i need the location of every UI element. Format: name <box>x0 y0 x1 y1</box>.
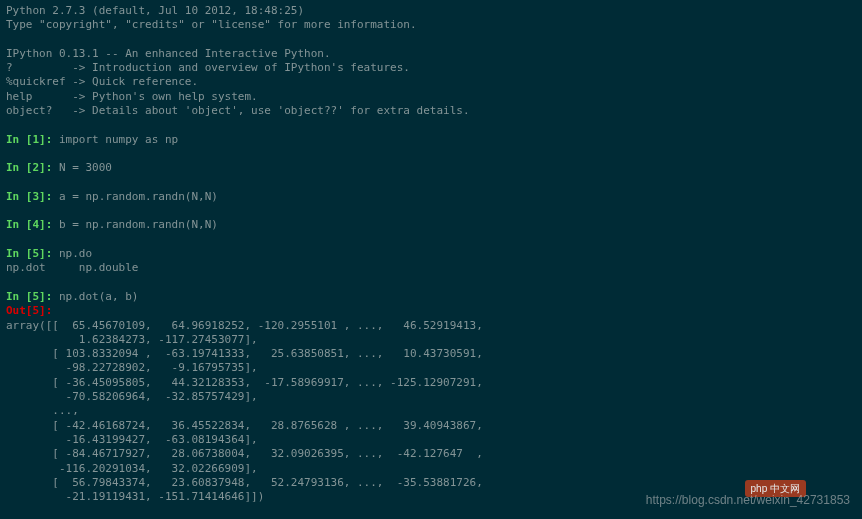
array-output: -70.58206964, -32.85757429], <box>6 390 856 404</box>
array-output: 1.62384273, -117.27453077], <box>6 333 856 347</box>
header-line: help -> Python's own help system. <box>6 90 856 104</box>
array-output: ..., <box>6 404 856 418</box>
header-line: %quickref -> Quick reference. <box>6 75 856 89</box>
blank <box>6 276 856 290</box>
array-output: [ -42.46168724, 36.45522834, 28.8765628 … <box>6 419 856 433</box>
blank <box>6 233 856 247</box>
blank <box>6 33 856 47</box>
in-prompt-5b: In [5]: np.dot(a, b) <box>6 290 856 304</box>
blank <box>6 204 856 218</box>
array-output: -98.22728902, -9.16795735], <box>6 361 856 375</box>
array-output: [ 56.79843374, 23.60837948, 52.24793136,… <box>6 476 856 490</box>
blank <box>6 176 856 190</box>
array-output: [ -36.45095805, 44.32128353, -17.5896991… <box>6 376 856 390</box>
array-output: array([[ 65.45670109, 64.96918252, -120.… <box>6 319 856 333</box>
header-line: Type "copyright", "credits" or "license"… <box>6 18 856 32</box>
array-output: [ -84.46717927, 28.06738004, 32.09026395… <box>6 447 856 461</box>
out-prompt-5: Out[5]: <box>6 304 856 318</box>
header-line: object? -> Details about 'object', use '… <box>6 104 856 118</box>
in-prompt-2: In [2]: N = 3000 <box>6 161 856 175</box>
array-output: -16.43199427, -63.08194364], <box>6 433 856 447</box>
terminal-output[interactable]: Python 2.7.3 (default, Jul 10 2012, 18:4… <box>6 4 856 519</box>
in-prompt-1: In [1]: import numpy as np <box>6 133 856 147</box>
tab-completion: np.dot np.double <box>6 261 856 275</box>
array-output: -116.20291034, 32.02266909], <box>6 462 856 476</box>
blank <box>6 147 856 161</box>
watermark-text: https://blog.csdn.net/weixin_42731853 <box>646 493 850 509</box>
blank <box>6 118 856 132</box>
header-line: IPython 0.13.1 -- An enhanced Interactiv… <box>6 47 856 61</box>
in-prompt-4: In [4]: b = np.random.randn(N,N) <box>6 218 856 232</box>
array-output: [ 103.8332094 , -63.19741333, 25.6385085… <box>6 347 856 361</box>
header-line: ? -> Introduction and overview of IPytho… <box>6 61 856 75</box>
in-prompt-5a: In [5]: np.do <box>6 247 856 261</box>
in-prompt-3: In [3]: a = np.random.randn(N,N) <box>6 190 856 204</box>
header-line: Python 2.7.3 (default, Jul 10 2012, 18:4… <box>6 4 856 18</box>
